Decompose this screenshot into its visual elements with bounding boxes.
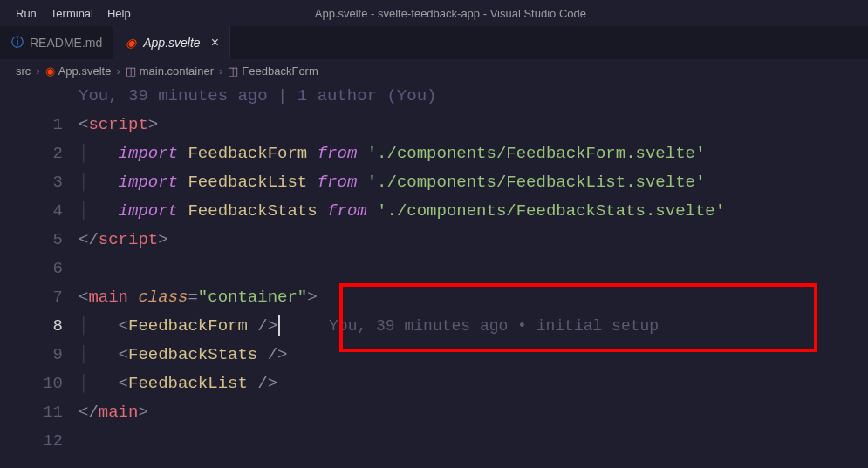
container-icon: ◫ — [126, 64, 136, 78]
menu-terminal[interactable]: Terminal — [44, 3, 100, 24]
code-editor[interactable]: 1 2 3 4 5 6 7 8 9 10 11 12 You, 39 minut… — [0, 82, 868, 456]
symbol-icon: ◫ — [228, 64, 238, 78]
menu-help[interactable]: Help — [100, 3, 138, 24]
code-line[interactable]: │ <FeedbackStats /> — [79, 341, 868, 370]
info-icon: ⓘ — [10, 36, 24, 50]
close-icon[interactable]: × — [211, 35, 219, 51]
line-number: 6 — [0, 254, 63, 283]
code-line[interactable]: </main> — [79, 398, 868, 427]
chevron-right-icon: › — [36, 64, 39, 78]
line-number: 10 — [0, 370, 63, 398]
breadcrumb-symbol[interactable]: FeedbackForm — [242, 64, 318, 78]
code-content[interactable]: You, 39 minutes ago | 1 author (You) <sc… — [79, 82, 868, 456]
line-number: 5 — [0, 226, 63, 254]
chevron-right-icon: › — [116, 64, 120, 78]
window-title: App.svelte - svelte-feedback-app - Visua… — [138, 7, 763, 20]
tab-app-svelte[interactable]: ◉ App.svelte × — [113, 26, 230, 59]
codelens-annotation[interactable]: You, 39 minutes ago | 1 author (You) — [79, 82, 868, 111]
text-cursor — [278, 315, 280, 336]
code-line[interactable]: <script> — [79, 111, 868, 139]
code-line[interactable]: <main class="container"> — [79, 283, 868, 312]
breadcrumb[interactable]: src › ◉ App.svelte › ◫ main.container › … — [0, 59, 868, 82]
tab-label: README.md — [30, 36, 102, 50]
line-number: 7 — [0, 283, 63, 312]
code-line[interactable]: │ import FeedbackStats from './component… — [79, 197, 868, 226]
line-number: 4 — [0, 197, 63, 226]
svelte-icon: ◉ — [45, 64, 55, 78]
code-line[interactable]: │ import FeedbackForm from './components… — [79, 139, 868, 168]
line-number: 1 — [0, 111, 63, 139]
title-bar: Run Terminal Help App.svelte - svelte-fe… — [0, 0, 868, 26]
line-number: 8 — [0, 312, 63, 341]
line-gutter: 1 2 3 4 5 6 7 8 9 10 11 12 — [0, 82, 79, 456]
code-line[interactable]: │ <FeedbackForm />You, 39 minutes ago • … — [79, 312, 868, 341]
menu-bar: Run Terminal Help — [0, 3, 138, 24]
code-line[interactable] — [79, 427, 868, 456]
menu-run[interactable]: Run — [9, 3, 44, 24]
code-line[interactable]: │ <FeedbackList /> — [79, 370, 868, 398]
line-number: 11 — [0, 398, 63, 427]
line-number: 12 — [0, 427, 63, 456]
breadcrumb-container[interactable]: main.container — [140, 64, 214, 78]
svelte-icon: ◉ — [124, 36, 138, 50]
editor-tabs: ⓘ README.md ◉ App.svelte × — [0, 26, 868, 59]
code-line[interactable] — [79, 254, 868, 283]
inline-git-blame[interactable]: You, 39 minutes ago • initial setup — [329, 317, 659, 335]
chevron-right-icon: › — [219, 64, 222, 78]
tab-readme[interactable]: ⓘ README.md — [0, 26, 113, 59]
code-line[interactable]: </script> — [79, 226, 868, 254]
line-number: 2 — [0, 139, 63, 168]
line-number: 3 — [0, 168, 63, 197]
breadcrumb-file[interactable]: App.svelte — [58, 64, 112, 78]
breadcrumb-root[interactable]: src — [16, 64, 31, 78]
line-number: 9 — [0, 341, 63, 370]
code-line[interactable]: │ import FeedbackList from './components… — [79, 168, 868, 197]
tab-label: App.svelte — [143, 36, 200, 50]
